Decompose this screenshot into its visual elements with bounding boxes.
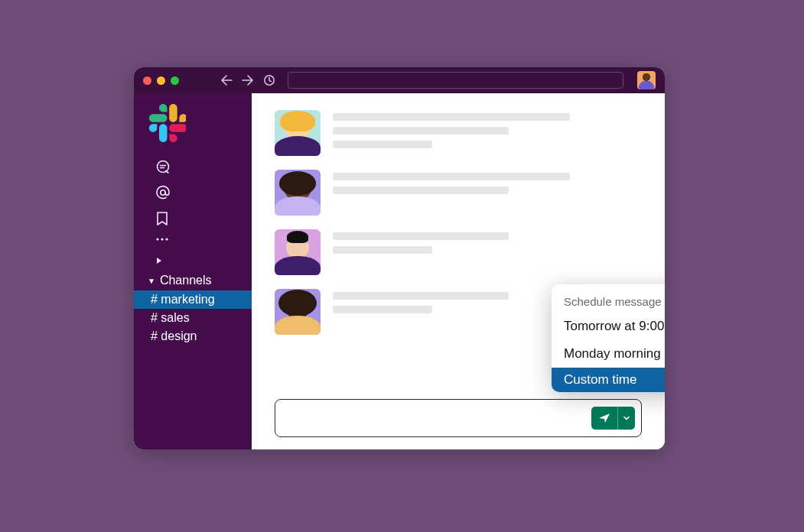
channels-list: # marketing # sales # design <box>134 290 252 345</box>
popup-header: Schedule message <box>552 284 665 313</box>
send-button-group <box>591 407 635 430</box>
schedule-option-tomorrow[interactable]: Tomorrow at 9:00 AM <box>552 313 665 340</box>
svg-point-5 <box>156 238 158 240</box>
history-nav <box>220 74 275 86</box>
history-icon[interactable] <box>263 74 275 86</box>
schedule-option-custom[interactable]: Custom time <box>552 368 665 392</box>
bookmark-icon[interactable] <box>155 211 252 226</box>
message-item <box>275 229 642 275</box>
sidebar: ▼ Channels # marketing # sales # design <box>134 93 252 449</box>
channel-marketing[interactable]: # marketing <box>134 290 252 309</box>
expand-icon[interactable] <box>155 252 252 264</box>
channel-design[interactable]: # design <box>134 327 252 345</box>
message-body-placeholder <box>333 110 642 156</box>
send-button[interactable] <box>591 407 618 430</box>
schedule-message-popup: Schedule message Tomorrow at 9:00 AM Mon… <box>552 284 665 392</box>
message-avatar <box>275 110 321 156</box>
send-options-button[interactable] <box>618 407 635 430</box>
app-body: ▼ Channels # marketing # sales # design <box>134 93 665 449</box>
svg-point-7 <box>165 238 168 240</box>
title-bar <box>134 67 665 93</box>
message-avatar <box>275 289 321 335</box>
svg-point-1 <box>158 161 169 173</box>
threads-icon[interactable] <box>155 159 252 174</box>
schedule-option-monday[interactable]: Monday morning at 9:00 AM <box>552 340 665 368</box>
channels-label: Channels <box>160 274 212 287</box>
message-composer[interactable] <box>275 399 642 437</box>
minimize-window-button[interactable] <box>157 76 165 85</box>
close-window-button[interactable] <box>143 76 151 85</box>
user-avatar[interactable] <box>637 71 656 89</box>
search-input[interactable] <box>288 72 623 89</box>
message-pane: Schedule message Tomorrow at 9:00 AM Mon… <box>252 93 665 449</box>
maximize-window-button[interactable] <box>171 76 179 85</box>
message-body-placeholder <box>333 229 642 275</box>
more-icon[interactable] <box>155 237 252 242</box>
slack-logo <box>134 99 252 156</box>
back-button[interactable] <box>220 75 233 86</box>
mentions-icon[interactable] <box>155 185 252 200</box>
window-controls <box>143 76 179 85</box>
message-body-placeholder <box>333 170 642 216</box>
svg-point-4 <box>161 190 165 195</box>
message-avatar <box>275 229 321 275</box>
caret-down-icon: ▼ <box>148 277 155 285</box>
sidebar-icon-list <box>134 156 252 269</box>
message-item <box>275 110 642 156</box>
message-item <box>275 170 642 216</box>
message-avatar <box>275 170 321 216</box>
forward-button[interactable] <box>242 75 254 86</box>
channels-header[interactable]: ▼ Channels <box>134 269 252 290</box>
svg-point-6 <box>161 238 163 240</box>
channel-sales[interactable]: # sales <box>134 309 252 327</box>
app-window: ▼ Channels # marketing # sales # design <box>134 67 665 449</box>
